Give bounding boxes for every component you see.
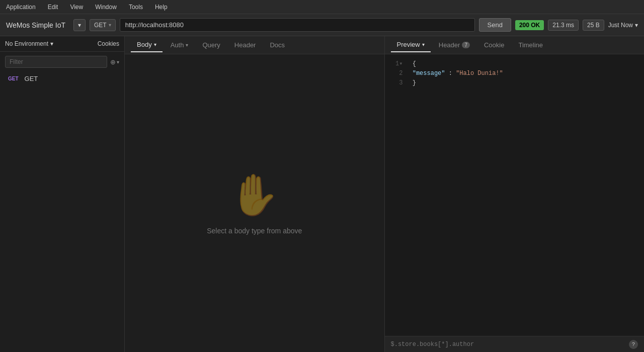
menu-tools[interactable]: Tools <box>127 3 145 12</box>
request-panel: Body ▾ Auth ▾ Query Header Docs ✋ <box>125 36 385 352</box>
chevron-down-icon: ▾ <box>154 42 156 47</box>
response-panel: Preview ▾ Header 7 Cookie Timeline 1▾ { <box>385 36 645 352</box>
sidebar: No Environment ▾ Cookies ⊕ ▾ GET GET <box>0 36 125 352</box>
plus-circle-icon: ⊕ <box>110 58 116 66</box>
panels: Body ▾ Auth ▾ Query Header Docs ✋ <box>125 36 644 352</box>
app-name: WeMos Simple IoT <box>6 21 65 29</box>
menu-view[interactable]: View <box>68 3 85 12</box>
help-icon[interactable]: ? <box>629 340 638 349</box>
timestamp[interactable]: Just Now ▾ <box>608 22 638 29</box>
tab-body[interactable]: Body ▾ <box>131 38 163 52</box>
menu-application[interactable]: Application <box>4 3 38 12</box>
json-path-input[interactable] <box>391 341 629 348</box>
response-footer: ? <box>385 336 645 352</box>
toolbar: WeMos Simple IoT ▾ GET ▾ Send 200 OK 21.… <box>0 14 644 36</box>
cookies-button[interactable]: Cookies <box>98 40 119 47</box>
env-dropdown[interactable]: No Environment ▾ <box>5 40 53 47</box>
url-input[interactable] <box>120 18 475 32</box>
sidebar-item-get[interactable]: GET GET <box>0 72 124 85</box>
hand-wave-icon: ✋ <box>229 171 280 219</box>
response-time: 21.3 ms <box>548 20 579 31</box>
request-name: GET <box>25 75 38 82</box>
tab-cookie[interactable]: Cookie <box>478 38 510 52</box>
add-request-button[interactable]: ⊕ ▾ <box>110 58 119 66</box>
env-label: No Environment <box>5 40 48 47</box>
request-tab-bar: Body ▾ Auth ▾ Query Header Docs <box>125 36 384 54</box>
body-empty-state: ✋ Select a body type from above <box>125 54 384 352</box>
tab-docs[interactable]: Docs <box>264 38 291 52</box>
chevron-down-icon: ▾ <box>422 42 425 47</box>
method-arrow-icon: ▾ <box>109 22 111 28</box>
send-button[interactable]: Send <box>479 18 511 32</box>
tab-response-header[interactable]: Header 7 <box>433 38 476 52</box>
filter-input[interactable] <box>5 56 107 68</box>
response-size: 25 B <box>583 20 604 31</box>
json-line-3: 3 } <box>393 78 636 88</box>
filter-row: ⊕ ▾ <box>0 52 124 72</box>
method-dropdown[interactable]: GET ▾ <box>90 19 116 31</box>
chevron-down-icon: ▾ <box>50 40 53 47</box>
response-body: 1▾ { 2 "message" : "Halo Dunia!" 3 } <box>385 54 645 336</box>
tab-timeline[interactable]: Timeline <box>512 38 549 52</box>
tab-auth[interactable]: Auth ▾ <box>165 38 195 52</box>
chevron-down-icon: ▾ <box>186 42 188 48</box>
response-tab-bar: Preview ▾ Header 7 Cookie Timeline <box>385 36 645 54</box>
menu-window[interactable]: Window <box>93 3 119 12</box>
body-hint-text: Select a body type from above <box>207 227 302 235</box>
tab-query[interactable]: Query <box>196 38 226 52</box>
header-badge: 7 <box>462 42 470 48</box>
tab-header[interactable]: Header <box>228 38 262 52</box>
json-line-2: 2 "message" : "Halo Dunia!" <box>393 69 636 78</box>
menu-help[interactable]: Help <box>153 3 170 12</box>
menu-edit[interactable]: Edit <box>46 3 60 12</box>
app-dropdown[interactable]: ▾ <box>73 19 86 31</box>
menu-bar: Application Edit View Window Tools Help <box>0 0 644 14</box>
status-badge: 200 OK <box>515 20 544 30</box>
method-label: GET <box>94 22 107 29</box>
method-tag: GET <box>6 75 21 82</box>
main-layout: No Environment ▾ Cookies ⊕ ▾ GET GET Bod… <box>0 36 644 352</box>
sidebar-top: No Environment ▾ Cookies <box>0 36 124 52</box>
chevron-down-icon: ▾ <box>635 22 638 29</box>
json-line-1: 1▾ { <box>393 59 636 69</box>
chevron-down-icon: ▾ <box>78 22 81 29</box>
tab-preview[interactable]: Preview ▾ <box>391 38 431 52</box>
chevron-down-icon: ▾ <box>117 59 119 65</box>
